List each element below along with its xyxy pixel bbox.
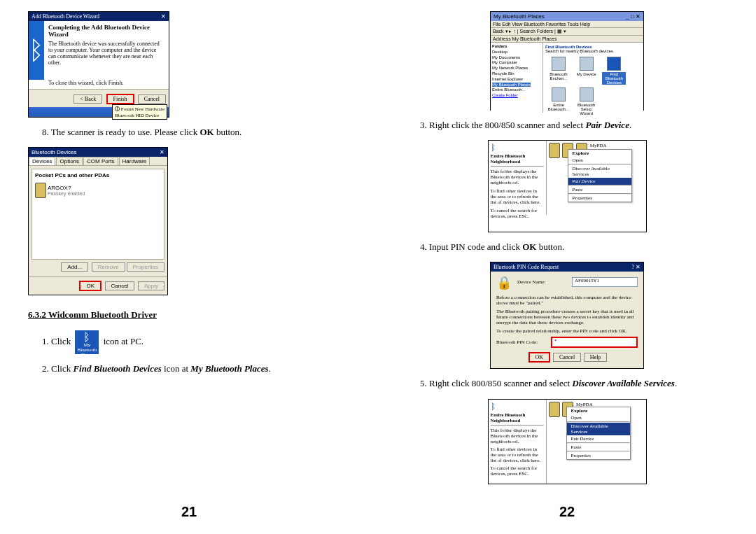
close-icon: ✕ — [161, 13, 166, 20]
device-icon — [549, 402, 560, 417]
titlebar: My Bluetooth Places _ □ ✕ — [491, 12, 643, 21]
titlebar: Add Bluetooth Device Wizard ✕ — [29, 12, 169, 21]
menubar: File Edit View Bluetooth Favorites Tools… — [491, 21, 643, 28]
tab-hardware: Hardware — [119, 157, 150, 165]
page-number: 22 — [559, 504, 575, 520]
explorer-icon: Entire Bluetooth... — [547, 87, 570, 111]
left-panel: ᛒ Entire Bluetooth Neighborhood This fol… — [489, 141, 547, 215]
pin-code-label: Bluetooth PIN Code: — [496, 339, 551, 345]
figure-my-bt-places: My Bluetooth Places _ □ ✕ File Edit View… — [490, 11, 644, 111]
titlebar: Bluetooth PIN Code Request ? ✕ — [491, 262, 643, 272]
device-name-field: AF00015Y1 — [572, 277, 638, 287]
device-name-label: Device Name: — [517, 279, 572, 285]
window-title: My Bluetooth Places — [493, 13, 545, 20]
explorer-icon: Bluetooth Setup Wizard — [575, 87, 598, 115]
ok-button: OK — [79, 281, 102, 291]
ctx-discover-services: Discover Available Services — [567, 423, 630, 435]
back-button: < Back — [74, 94, 102, 104]
pin-body: 🔒 Device Name: AF00015Y1 Before a connec… — [491, 272, 643, 368]
cancel-button: Cancel — [105, 281, 135, 290]
tabs: Devices Options COM Ports Hardware — [29, 157, 167, 166]
device-item: ARGOX? Passkey enabled — [35, 183, 161, 198]
icons-pane: Find Bluetooth Devices Search for nearby… — [543, 43, 643, 113]
wizard-text: Completing the Add Bluetooth Device Wiza… — [44, 21, 169, 89]
my-bluetooth-places-icon: ᛒ My Bluetooth Places — [75, 330, 99, 354]
page-22: My Bluetooth Places _ □ ✕ File Edit View… — [378, 0, 756, 534]
pin-code-input: * — [551, 337, 638, 348]
left-panel: ᛒ Entire Bluetooth Neighborhood This fol… — [489, 400, 547, 484]
pda-icon — [35, 183, 46, 198]
step-8: 8. The scanner is ready to use. Please c… — [42, 126, 350, 139]
wizard-body-text: The Bluetooth device was successfully co… — [48, 41, 164, 66]
explorer-icon: My Device — [575, 57, 598, 76]
page-number: 21 — [181, 504, 197, 520]
add-button: Add... — [61, 262, 88, 272]
window-title: Bluetooth PIN Code Request — [493, 264, 559, 270]
step-3: 3. Right click the 800/850 scanner and s… — [420, 119, 728, 132]
ctx-open: Open — [568, 157, 631, 164]
ctx-discover: Discover Available Services — [568, 165, 631, 178]
lock-icon: 🔒 — [496, 275, 513, 292]
window-controls-icon: _ □ ✕ — [626, 13, 640, 20]
ctx-properties: Properties — [567, 452, 630, 459]
window-controls-icon: ? ✕ — [631, 264, 640, 270]
wizard-body: ᛒ Completing the Add Bluetooth Device Wi… — [29, 21, 169, 89]
section-heading: 6.3.2 Widcomm Bluetooth Driver — [28, 309, 350, 321]
cancel-button: Cancel — [553, 353, 581, 362]
explorer-icon: Bluetooth Exchan... — [547, 57, 570, 80]
titlebar: Bluetooth Devices ✕ — [29, 148, 167, 157]
close-icon: ✕ — [160, 149, 164, 155]
step-5: 5. Right click 800/850 scanner and selec… — [420, 377, 728, 390]
ctx-open: Open — [567, 414, 630, 421]
figure-pin-dialog: Bluetooth PIN Code Request ? ✕ 🔒 Device … — [490, 262, 644, 369]
context-menu: Explore Open Discover Available Services… — [566, 407, 631, 460]
device-icon — [549, 143, 560, 158]
cancel-button: Cancel — [138, 94, 166, 104]
ctx-paste: Paste — [568, 186, 631, 193]
context-menu: Explore Open Discover Available Services… — [568, 149, 632, 202]
step-2: 2. Click Find Bluetooth Devices icon at … — [42, 363, 350, 375]
tab-com-ports: COM Ports — [83, 157, 118, 165]
tab-devices: Devices — [29, 157, 55, 165]
ctx-paste: Paste — [567, 444, 630, 451]
dialog-buttons: OK Cancel Apply — [29, 276, 167, 295]
page-21: Add Bluetooth Device Wizard ✕ ᛒ Completi… — [0, 0, 378, 534]
figure-bt-devices: Bluetooth Devices ✕ Devices Options COM … — [28, 147, 168, 295]
ok-button: OK — [528, 352, 551, 363]
toolbar: Back ▾ ▸ ↑ | Search Folders | ▦ ▾ — [491, 28, 643, 36]
wizard-heading: Completing the Add Bluetooth Device Wiza… — [48, 24, 164, 38]
find-bt-devices-icon: Find Bluetooth Devices — [602, 57, 626, 85]
device-group: Pocket PCs and other PDAs — [35, 172, 161, 178]
device-action-buttons: Add... Remove Properties — [29, 262, 167, 272]
figure-add-bt-wizard: Add Bluetooth Device Wizard ✕ ᛒ Completi… — [28, 11, 169, 118]
ctx-properties: Properties — [568, 195, 631, 202]
ctx-pair-device: Pair Device — [568, 178, 631, 185]
remove-button: Remove — [92, 262, 125, 272]
bluetooth-icon: ᛒ — [29, 21, 44, 80]
figure-pair-device: ᛒ Entire Bluetooth Neighborhood This fol… — [488, 140, 647, 232]
wizard-close-hint: To close this wizard, click Finish. — [48, 80, 164, 86]
folder-tree: Folders Desktop My Documents My Computer… — [491, 43, 543, 113]
properties-button: Properties — [127, 262, 164, 272]
found-hardware-tooltip: ⓘ Found New Hardware Bluetooth HID Devic… — [112, 104, 167, 120]
ctx-pair-device: Pair Device — [567, 435, 630, 442]
apply-button: Apply — [138, 281, 164, 290]
tab-options: Options — [56, 157, 83, 165]
right-panel: MyPDA Explore Open Discover Available Se… — [547, 400, 646, 484]
address-bar: Address My Bluetooth Places — [491, 36, 643, 43]
device-list: Pocket PCs and other PDAs ARGOX? Passkey… — [31, 169, 164, 260]
window-title: Bluetooth Devices — [31, 149, 76, 155]
step-4: 4. Input PIN code and click OK button. — [420, 241, 728, 253]
step-1: 1. Click ᛒ My Bluetooth Places icon at P… — [42, 330, 350, 354]
document-spread: Add Bluetooth Device Wizard ✕ ᛒ Completi… — [0, 0, 756, 534]
right-panel: MyPDA Explore Open Discover Available Se… — [547, 141, 646, 215]
taskbar: ⓘ Found New Hardware Bluetooth HID Devic… — [29, 107, 169, 117]
finish-button: Finish — [106, 94, 134, 104]
help-button: Help — [584, 353, 608, 362]
window-title: Add Bluetooth Device Wizard — [31, 13, 99, 20]
figure-discover-services: ᛒ Entire Bluetooth Neighborhood This fol… — [488, 399, 647, 484]
